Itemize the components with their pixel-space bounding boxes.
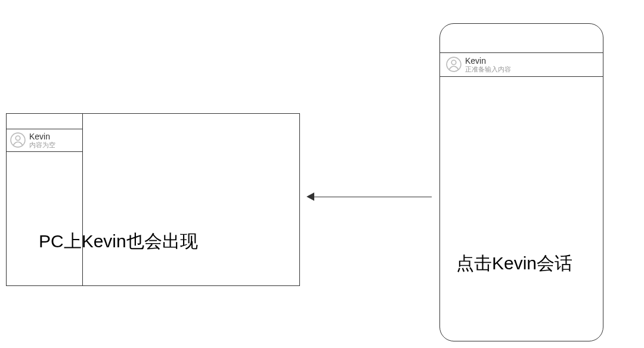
- mobile-chat-item-kevin[interactable]: Kevin 正准备输入内容: [440, 52, 603, 77]
- user-avatar-icon: [10, 132, 26, 148]
- chat-status: 内容为空: [29, 141, 55, 149]
- pc-main-panel: [83, 114, 299, 285]
- svg-point-1: [16, 136, 20, 141]
- arrow-line: [312, 197, 432, 197]
- pc-chat-item-kevin[interactable]: Kevin 内容为空: [6, 129, 83, 152]
- chat-text: Kevin 正准备输入内容: [465, 56, 511, 73]
- mobile-caption: 点击Kevin会话: [456, 251, 572, 276]
- mobile-window: Kevin 正准备输入内容: [439, 23, 603, 341]
- chat-name: Kevin: [465, 56, 511, 66]
- pc-caption: PC上Kevin也会出现: [39, 229, 198, 254]
- pc-window: Kevin 内容为空: [6, 113, 300, 286]
- pc-sidebar: Kevin 内容为空: [7, 114, 83, 285]
- svg-point-3: [451, 60, 456, 65]
- user-avatar-icon: [446, 57, 462, 72]
- chat-status: 正准备输入内容: [465, 66, 511, 73]
- flow-arrow: [306, 191, 432, 203]
- chat-name: Kevin: [29, 132, 55, 141]
- arrow-head-icon: [306, 192, 314, 201]
- chat-text: Kevin 内容为空: [29, 132, 55, 149]
